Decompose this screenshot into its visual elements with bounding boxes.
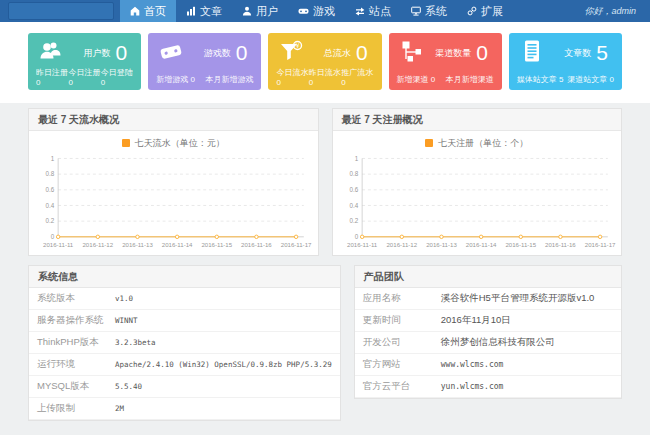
copyright-footer: ©2013-2016 徐州梦创信息科技有限公司版权所有	[0, 421, 650, 435]
info-row-developer: 开发公司 徐州梦创信息科技有限公司	[355, 332, 621, 354]
info-value: 徐州梦创信息科技有限公司	[441, 336, 555, 349]
card-value: 0	[356, 43, 368, 63]
info-label: 系统版本	[37, 292, 115, 305]
card-top: 文章数 5	[515, 39, 616, 67]
card-footer: 新增游戏 0 本月新增游戏	[154, 74, 255, 85]
card-footer-item: 推广流水 0	[341, 67, 373, 87]
info-label: 开发公司	[363, 336, 441, 349]
chart-legend: 七天流水（单位：元）	[33, 135, 314, 151]
info-label: 更新时间	[363, 314, 441, 327]
nav-item-extensions[interactable]: 扩展	[457, 0, 513, 22]
nav-item-home[interactable]: 首页	[120, 0, 176, 22]
official-site-link[interactable]: www.wlcms.com	[441, 360, 504, 369]
nav-item-articles[interactable]: 文章	[176, 0, 232, 22]
card-label: 总流水	[324, 47, 351, 60]
flow-chart-panel: 最近 7 天流水概况 七天流水（单位：元） 00.20.40.60.812016…	[28, 108, 319, 256]
info-label: 上传限制	[37, 402, 115, 415]
info-value: 溪谷软件H5平台管理系统开源版v1.0	[441, 292, 595, 305]
info-label: MYSQL版本	[37, 380, 115, 393]
card-footer: 今日流水 0 昨日流水 0 推广流水 0	[274, 67, 375, 87]
brand-logo[interactable]	[8, 2, 114, 20]
chart-legend: 七天注册（单位：个）	[337, 135, 618, 151]
nav-item-sites[interactable]: 站点	[345, 0, 401, 22]
svg-text:0.8: 0.8	[46, 170, 55, 177]
nav-label: 扩展	[481, 4, 503, 19]
card-metric: 文章数 5	[564, 43, 608, 63]
card-footer-item: 今日流水 0	[276, 67, 308, 87]
cloud-platform-link[interactable]: yun.wlcms.com	[441, 382, 504, 391]
users-icon	[34, 39, 64, 67]
gamepad-icon	[154, 39, 184, 67]
user-greeting[interactable]: 你好，admin	[584, 5, 650, 18]
svg-text:0.4: 0.4	[46, 202, 55, 209]
info-row-official-site: 官方网站 www.wlcms.com	[355, 354, 621, 376]
card-footer-item: 昨日流水 0	[309, 67, 341, 87]
gamepad-icon	[298, 6, 309, 16]
card-label: 用户数	[84, 47, 111, 60]
chart-bars-icon	[186, 6, 196, 16]
svg-text:0.2: 0.2	[349, 217, 358, 224]
svg-text:2016-11-11: 2016-11-11	[347, 241, 378, 248]
stat-card-channels: 渠道数量 0 新增渠道 0 本月新增渠道	[389, 33, 502, 90]
card-footer-item: 新增游戏 0	[156, 74, 195, 85]
legend-swatch-icon	[122, 139, 130, 147]
info-row-mysql-version: MYSQL版本 5.5.40	[29, 376, 340, 398]
card-footer-item: 昨日注册 0	[36, 67, 68, 87]
svg-text:2016-11-13: 2016-11-13	[122, 241, 153, 248]
charts-row: 最近 7 天流水概况 七天流水（单位：元） 00.20.40.60.812016…	[28, 108, 622, 256]
stat-card-games: 游戏数 0 新增游戏 0 本月新增游戏	[148, 33, 261, 90]
nav-label: 用户	[256, 4, 278, 19]
info-value: WINNT	[115, 316, 138, 325]
info-value: Apache/2.4.10 (Win32) OpenSSL/0.9.8zb PH…	[115, 360, 332, 369]
info-row-upload-limit: 上传限制 2M	[29, 398, 340, 420]
card-top: 渠道数量 0	[395, 39, 496, 67]
card-metric: 游戏数 0	[204, 43, 248, 63]
user-icon	[242, 6, 252, 16]
svg-text:1: 1	[51, 155, 55, 162]
info-row-server-os: 服务器操作系统 WINNT	[29, 310, 340, 332]
info-label: 运行环境	[37, 358, 115, 371]
nav-label: 系统	[425, 4, 447, 19]
register-chart-canvas: 00.20.40.60.812016-11-112016-11-122016-1…	[337, 151, 618, 253]
card-footer: 媒体站文章 5 渠道站文章 0	[515, 74, 616, 85]
sitemap-icon	[395, 39, 425, 67]
stats-cards-band: 用户数 0 昨日注册 0 今日注册 0 今日登陆 0 游戏数 0 新增游戏 0 …	[0, 22, 650, 103]
svg-text:¥: ¥	[296, 42, 300, 50]
stat-card-revenue: ¥ 总流水 0 今日流水 0 昨日流水 0 推广流水 0	[268, 33, 381, 90]
card-footer-item: 本月新增游戏	[205, 74, 253, 85]
card-value: 5	[596, 43, 608, 63]
stat-card-users: 用户数 0 昨日注册 0 今日注册 0 今日登陆 0	[28, 33, 141, 90]
nav-label: 首页	[144, 4, 166, 19]
nav-item-users[interactable]: 用户	[232, 0, 288, 22]
panel-title: 最近 7 天流水概况	[29, 109, 318, 131]
card-footer: 昨日注册 0 今日注册 0 今日登陆 0	[34, 67, 135, 87]
home-icon	[130, 6, 140, 16]
main-menu: 首页 文章 用户 游戏 站点 系统 扩展	[120, 0, 513, 22]
panel-title: 最近 7 天注册概况	[333, 109, 622, 131]
card-footer-item: 今日注册 0	[68, 67, 100, 87]
nav-label: 文章	[200, 4, 222, 19]
svg-text:2016-11-15: 2016-11-15	[201, 241, 232, 248]
nav-item-games[interactable]: 游戏	[288, 0, 345, 22]
info-value: 2016年11月10日	[441, 314, 511, 327]
svg-text:0: 0	[51, 233, 55, 240]
nav-item-system[interactable]: 系统	[401, 0, 457, 22]
info-value: 2M	[115, 404, 124, 413]
card-value: 0	[476, 43, 488, 63]
monitor-icon	[411, 6, 421, 16]
info-value: 5.5.40	[115, 382, 142, 391]
card-top: 用户数 0	[34, 39, 135, 67]
card-label: 渠道数量	[435, 47, 471, 60]
card-value: 0	[236, 43, 248, 63]
card-footer-item: 新增渠道 0	[397, 74, 436, 85]
funnel-yen-icon: ¥	[274, 39, 304, 67]
info-value: 3.2.3beta	[115, 338, 156, 347]
card-footer: 新增渠道 0 本月新增渠道	[395, 74, 496, 85]
info-label: ThinkPHP版本	[37, 336, 115, 349]
svg-text:2016-11-12: 2016-11-12	[386, 241, 417, 248]
card-footer-item: 今日登陆 0	[101, 67, 133, 87]
product-team-panel: 产品团队 应用名称 溪谷软件H5平台管理系统开源版v1.0 更新时间 2016年…	[354, 265, 622, 399]
site-arrows-icon	[355, 6, 365, 16]
legend-label: 七天流水（单位：元）	[135, 138, 225, 148]
top-navbar: 首页 文章 用户 游戏 站点 系统 扩展 你好，admin	[0, 0, 650, 22]
